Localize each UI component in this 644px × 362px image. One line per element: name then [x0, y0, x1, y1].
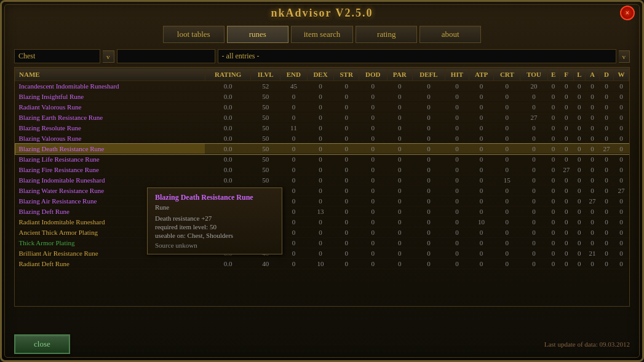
col-header-w[interactable]: W: [614, 68, 629, 81]
item-stat-crt: 0: [494, 227, 520, 238]
item-stat-str: 0: [334, 92, 359, 102]
item-stat-d: 0: [600, 238, 614, 248]
col-header-dex[interactable]: DEX: [307, 68, 334, 81]
item-stat-rating: 0.0: [205, 154, 250, 165]
col-header-hit[interactable]: HIT: [445, 68, 469, 81]
item-stat-a: 0: [585, 165, 599, 175]
item-stat-end: 0: [280, 154, 308, 165]
table-row[interactable]: Thick Armor Plating0.0450000000000000000: [15, 238, 629, 248]
table-row[interactable]: Ancient Thick Armor Plating0.04500000000…: [15, 227, 629, 238]
item-stat-a: 0: [585, 123, 599, 133]
item-stat-ilvl: 50: [251, 144, 280, 154]
table-row[interactable]: Blazing Death Resistance Rune0.050000000…: [15, 144, 629, 154]
table-row[interactable]: Incandescent Indomitable Runeshard0.0524…: [15, 81, 629, 92]
item-stat-tou: 0: [520, 154, 547, 165]
entries-arrow[interactable]: v: [619, 50, 630, 63]
category-input[interactable]: [14, 49, 100, 63]
col-header-f[interactable]: F: [559, 68, 573, 81]
items-table-container[interactable]: NAMERATINGILVLENDDEXSTRDODPARDEFLHITATPC…: [14, 67, 630, 307]
col-header-l[interactable]: L: [573, 68, 585, 81]
table-row[interactable]: Blazing Water Resistance Rune0.050000000…: [15, 186, 629, 196]
item-stat-d: 0: [600, 92, 614, 102]
col-header-name[interactable]: NAME: [15, 68, 205, 81]
item-stat-par: 0: [387, 186, 412, 196]
item-stat-tou: 0: [520, 144, 547, 154]
item-name: Blazing Life Resistance Rune: [15, 154, 205, 165]
item-stat-str: 0: [334, 81, 359, 92]
close-button[interactable]: close: [14, 334, 70, 354]
item-stat-defl: 0: [412, 81, 445, 92]
item-stat-dex: 0: [307, 144, 334, 154]
table-row[interactable]: Blazing Deft Rune0.05001300000000000000: [15, 207, 629, 217]
tab-rating[interactable]: rating: [356, 26, 417, 43]
window-close-button[interactable]: ×: [620, 6, 635, 20]
table-row[interactable]: Blazing Earth Resistance Rune0.050000000…: [15, 112, 629, 123]
item-stat-str: 0: [334, 175, 359, 186]
col-header-par[interactable]: PAR: [387, 68, 412, 81]
item-stat-l: 0: [573, 207, 585, 217]
col-header-dod[interactable]: DOD: [359, 68, 387, 81]
col-header-rating[interactable]: RATING: [205, 68, 250, 81]
entries-input[interactable]: [218, 49, 616, 63]
tab-runes[interactable]: runes: [227, 26, 288, 43]
col-header-str[interactable]: STR: [334, 68, 359, 81]
table-row[interactable]: Blazing Insightful Rune0.050000000000000…: [15, 92, 629, 102]
tab-item-search[interactable]: item search: [291, 26, 354, 43]
item-stat-defl: 0: [412, 259, 445, 269]
item-stat-hit: 0: [445, 227, 469, 238]
item-stat-str: 0: [334, 259, 359, 269]
item-stat-ilvl: 50: [251, 92, 280, 102]
col-header-atp[interactable]: ATP: [469, 68, 493, 81]
item-stat-dex: 0: [307, 92, 334, 102]
col-header-d[interactable]: D: [600, 68, 614, 81]
item-stat-end: 0: [280, 92, 308, 102]
table-row[interactable]: Blazing Indomitable Runeshard0.050000000…: [15, 175, 629, 186]
item-stat-crt: 0: [494, 112, 520, 123]
item-stat-hit: 0: [445, 102, 469, 112]
item-stat-w: 0: [614, 248, 629, 259]
item-stat-ilvl: 50: [251, 133, 280, 144]
item-stat-a: 21: [585, 248, 599, 259]
item-stat-w: 0: [614, 238, 629, 248]
item-stat-dod: 0: [359, 165, 387, 175]
item-stat-dod: 0: [359, 144, 387, 154]
item-stat-crt: 0: [494, 102, 520, 112]
table-row[interactable]: Blazing Valorous Rune0.05000000000000000…: [15, 133, 629, 144]
table-row[interactable]: Brilliant Air Resistance Rune0.040000000…: [15, 248, 629, 259]
table-row[interactable]: Blazing Fire Resistance Rune0.0500000000…: [15, 165, 629, 175]
item-stat-tou: 0: [520, 196, 547, 207]
col-header-defl[interactable]: DEFL: [412, 68, 445, 81]
item-stat-f: 0: [559, 112, 573, 123]
item-stat-par: 0: [387, 92, 412, 102]
col-header-ilvl[interactable]: ILVL: [251, 68, 280, 81]
tab-about[interactable]: about: [419, 26, 481, 43]
tab-loot-tables[interactable]: loot tables: [163, 26, 225, 43]
item-stat-par: 0: [387, 165, 412, 175]
search-input[interactable]: [117, 49, 215, 63]
item-stat-l: 0: [573, 175, 585, 186]
col-header-e[interactable]: E: [547, 68, 559, 81]
item-stat-l: 0: [573, 238, 585, 248]
table-row[interactable]: Blazing Resolute Rune0.05011000000000000…: [15, 123, 629, 133]
category-arrow[interactable]: v: [103, 50, 114, 63]
item-stat-hit: 0: [445, 186, 469, 196]
item-stat-str: 0: [334, 238, 359, 248]
table-row[interactable]: Radiant Valorous Rune0.05000000000000000…: [15, 102, 629, 112]
table-row[interactable]: Radiant Indomitable Runeshard0.045000000…: [15, 217, 629, 227]
col-header-tou[interactable]: TOU: [520, 68, 547, 81]
item-stat-par: 0: [387, 81, 412, 92]
item-stat-f: 0: [559, 227, 573, 238]
item-stat-crt: 0: [494, 144, 520, 154]
table-row[interactable]: Blazing Air Resistance Rune0.05000000000…: [15, 196, 629, 207]
item-stat-a: 0: [585, 154, 599, 165]
table-row[interactable]: Blazing Life Resistance Rune0.0500000000…: [15, 154, 629, 165]
item-name: Radiant Valorous Rune: [15, 102, 205, 112]
col-header-a[interactable]: A: [585, 68, 599, 81]
item-stat-tou: 0: [520, 102, 547, 112]
item-stat-hit: 0: [445, 154, 469, 165]
col-header-end[interactable]: END: [280, 68, 308, 81]
item-stat-dex: 0: [307, 227, 334, 238]
col-header-crt[interactable]: CRT: [494, 68, 520, 81]
item-stat-l: 0: [573, 217, 585, 227]
table-row[interactable]: Radiant Deft Rune0.04001000000000000000: [15, 259, 629, 269]
